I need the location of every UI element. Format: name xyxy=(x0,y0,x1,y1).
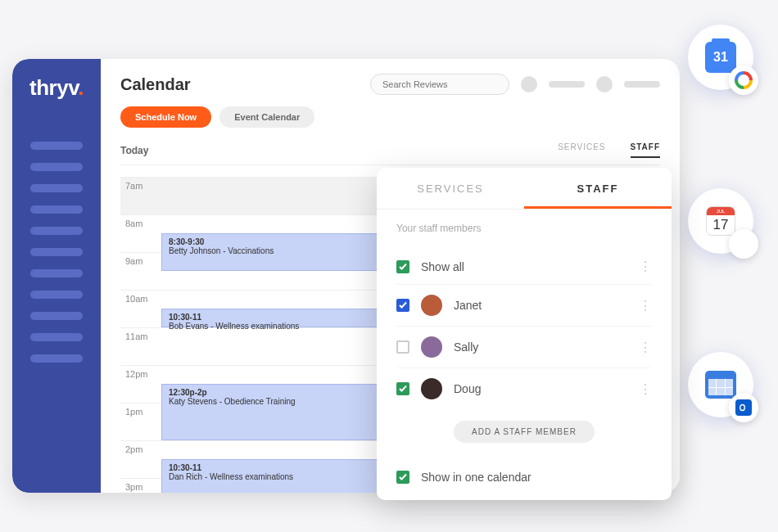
nav-item[interactable] xyxy=(30,142,83,150)
staff-row[interactable]: Sally⋮ xyxy=(396,327,652,368)
staff-row[interactable]: Doug⋮ xyxy=(396,368,652,409)
hour-label: 10am xyxy=(120,291,161,327)
staff-name: Janet xyxy=(454,299,627,312)
outlook-calendar-badge xyxy=(688,352,753,417)
more-icon[interactable]: ⋮ xyxy=(639,259,652,274)
staff-row[interactable]: Janet⋮ xyxy=(396,285,652,327)
panel-subtitle: Your staff members xyxy=(396,223,652,234)
nav-item[interactable] xyxy=(30,291,83,299)
google-calendar-badge: 31 xyxy=(688,25,753,90)
hour-label: 8am xyxy=(120,215,161,252)
google-calendar-icon: 31 xyxy=(705,42,736,73)
more-icon[interactable]: ⋮ xyxy=(639,381,652,397)
hour-label: 9am xyxy=(120,253,161,290)
avatar-placeholder[interactable] xyxy=(596,76,613,92)
logo: thryv xyxy=(22,75,91,101)
panel-tabs: SERVICES STAFF xyxy=(377,168,672,210)
panel-tab-staff[interactable]: STAFF xyxy=(524,168,672,209)
one-calendar-row[interactable]: Show in one calendar xyxy=(377,462,672,484)
apple-logo-badge xyxy=(729,229,758,259)
apple-calendar-badge: JUL 17 xyxy=(688,188,753,254)
name-placeholder xyxy=(549,81,585,88)
nav-item[interactable] xyxy=(30,205,83,214)
tab-services[interactable]: SERVICES xyxy=(558,142,605,158)
nav-item[interactable] xyxy=(30,184,83,192)
outlook-icon xyxy=(735,399,752,416)
schedule-now-button[interactable]: Schedule Now xyxy=(120,106,211,128)
checkbox-icon[interactable] xyxy=(396,471,409,484)
header: Calendar xyxy=(120,74,660,95)
checkbox-icon[interactable] xyxy=(396,382,409,395)
hour-label: 3pm xyxy=(120,479,161,493)
nav-item[interactable] xyxy=(30,354,83,363)
show-all-row[interactable]: Show all ⋮ xyxy=(396,249,652,285)
hour-label: 12pm xyxy=(120,366,161,403)
nav-item[interactable] xyxy=(30,269,83,277)
hour-label: 11am xyxy=(120,328,161,365)
checkbox-icon[interactable] xyxy=(396,260,409,273)
more-icon[interactable]: ⋮ xyxy=(639,298,652,313)
staff-name: Sally xyxy=(454,340,627,354)
more-icon[interactable]: ⋮ xyxy=(639,340,652,355)
nav-item[interactable] xyxy=(30,163,83,171)
today-label[interactable]: Today xyxy=(120,145,148,156)
outlook-calendar-icon xyxy=(705,371,736,399)
google-icon xyxy=(735,71,753,89)
show-all-label: Show all xyxy=(421,260,627,273)
sidebar: thryv xyxy=(12,59,101,493)
panel-body: Your staff members Show all ⋮ Janet⋮Sall… xyxy=(377,210,672,462)
action-buttons: Schedule Now Event Calendar xyxy=(120,106,660,128)
checkbox-icon[interactable] xyxy=(396,340,409,354)
nav-item[interactable] xyxy=(30,227,83,235)
hour-label: 1pm xyxy=(120,404,161,440)
nav-item[interactable] xyxy=(30,333,83,341)
tab-staff[interactable]: STAFF xyxy=(631,142,660,158)
hour-label: 2pm xyxy=(120,441,161,478)
search-input[interactable] xyxy=(370,74,509,95)
subheader: Today SERVICES STAFF xyxy=(120,142,660,165)
panel-tab-services[interactable]: SERVICES xyxy=(377,168,524,209)
avatar xyxy=(421,336,442,358)
staff-panel: SERVICES STAFF Your staff members Show a… xyxy=(377,168,672,500)
hour-label: 7am xyxy=(120,178,161,214)
add-staff-button[interactable]: ADD A STAFF MEMBER xyxy=(454,421,595,443)
avatar-placeholder[interactable] xyxy=(521,76,537,92)
nav-item[interactable] xyxy=(30,312,83,320)
view-tabs: SERVICES STAFF xyxy=(558,142,660,158)
staff-name: Doug xyxy=(454,382,627,395)
avatar xyxy=(421,378,442,399)
name-placeholder xyxy=(624,81,660,88)
page-title: Calendar xyxy=(120,75,191,94)
event-calendar-button[interactable]: Event Calendar xyxy=(219,106,314,128)
outlook-logo-badge xyxy=(729,393,758,422)
nav-item[interactable] xyxy=(30,248,83,256)
google-logo-badge xyxy=(729,65,758,95)
one-calendar-label: Show in one calendar xyxy=(421,471,531,484)
avatar xyxy=(421,295,442,316)
apple-calendar-icon: JUL 17 xyxy=(706,206,735,236)
checkbox-icon[interactable] xyxy=(396,299,409,312)
